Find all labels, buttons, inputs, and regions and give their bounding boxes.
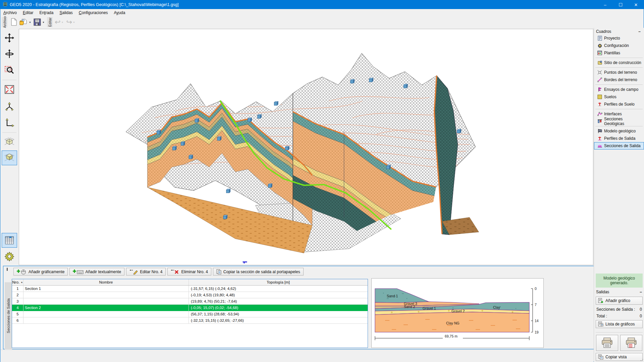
- view-wireframe-button[interactable]: [2, 134, 17, 149]
- geo-sections-icon: [597, 119, 602, 124]
- copy-section-button[interactable]: Copiar la sección de salida al portapape…: [213, 268, 304, 276]
- view-axonometric-button[interactable]: [2, 100, 17, 114]
- print-button[interactable]: [596, 335, 618, 351]
- sidebar-item-puntos-del-terreno[interactable]: Puntos del terreno: [594, 69, 644, 76]
- menu-ayuda[interactable]: Ayuda: [111, 9, 128, 16]
- sidebar-item-perfiles-de-suelo[interactable]: Perfiles de Suelo: [594, 101, 644, 108]
- printer-icon: [601, 337, 613, 349]
- sidebar-item-modelo-geologico[interactable]: Modelo geológico: [594, 127, 644, 135]
- depth-tick-19: 19: [535, 330, 539, 334]
- add-graphically-button[interactable]: Añadir gráficamente: [13, 268, 68, 276]
- plus-mouse-icon: [17, 269, 27, 275]
- close-button[interactable]: ✕: [628, 0, 644, 9]
- section-preview: Sand 1 Gravel 3 Sand 2 Gravel 1 Clay Gra…: [371, 278, 544, 348]
- sidebar-item-perfiles-de-salida[interactable]: Perfiles de Salida: [594, 135, 644, 142]
- layer-sand1: [375, 289, 429, 303]
- interfaces-icon: [597, 111, 602, 117]
- sidebar-item-bordes-del-terreno[interactable]: Bordes del terreno: [594, 76, 644, 83]
- frames-panel-title: Cuadros: [596, 29, 611, 34]
- save-button[interactable]: [32, 17, 42, 27]
- toolbar-tab-archivo[interactable]: Archivo: [2, 17, 7, 27]
- terrain-3d-scene: [19, 29, 593, 265]
- zoom-tool-button[interactable]: [2, 63, 17, 77]
- open-dropdown-arrow[interactable]: ▼: [29, 21, 31, 23]
- undo-button[interactable]: ↩: [54, 18, 61, 26]
- col-header-nombre[interactable]: Nombre: [23, 279, 189, 285]
- grid-table-button[interactable]: [2, 233, 17, 248]
- settings-button[interactable]: [2, 249, 17, 264]
- field-test-icon: [597, 87, 602, 92]
- print-selection-button[interactable]: [620, 335, 642, 351]
- delete-section-button[interactable]: Eliminar Nro. 4: [167, 268, 211, 276]
- edit-section-button[interactable]: Editar Nro. 4: [126, 268, 166, 276]
- depth-tick-7: 7: [535, 303, 537, 307]
- width-label: 69,75 m: [445, 334, 458, 338]
- rotate-tool-button[interactable]: [2, 47, 17, 61]
- sidebar-item-configuracion[interactable]: Configuración: [594, 42, 644, 49]
- table-row[interactable]: 1 Section 1 (-31,57; 6,15) (-0,24; 4,62): [12, 286, 368, 292]
- table-row-selected[interactable]: 4 Section 2 (-0,05; 15,07) (0,02; -54,68…: [12, 305, 368, 311]
- zoom-extents-button[interactable]: [2, 82, 17, 97]
- redo-button[interactable]: ↪: [65, 18, 73, 26]
- menu-configuraciones[interactable]: Configuraciones: [76, 9, 111, 16]
- output-sections-panel: Secciones de Salida Añadir gráficamente …: [3, 266, 594, 349]
- table-row[interactable]: 2 (-0,19; 4,53) (19,80; 4,48): [12, 292, 368, 298]
- copy-view-icon: [598, 354, 603, 360]
- col-header-nro[interactable]: Nro. ▲: [12, 279, 23, 285]
- frames-minimize-button[interactable]: –: [637, 29, 642, 34]
- outputs-header: Salidas –: [594, 289, 644, 295]
- sections-table[interactable]: Nro. ▲ Nombre Topología [m] 1 Section 1 …: [12, 279, 368, 348]
- minimize-button[interactable]: –: [597, 0, 613, 9]
- graphics-list-button[interactable]: Lista de gráficos: [596, 320, 643, 328]
- sidebar-item-secciones-de-salida[interactable]: Secciones de Salida: [594, 142, 644, 149]
- plus-keyboard-icon: [73, 269, 84, 275]
- sidebar-item-secciones-geologicas[interactable]: Secciones Geológicas: [594, 118, 644, 125]
- toolbar-tab-editar[interactable]: Editar: [47, 17, 53, 27]
- printer-document-icon: [625, 337, 637, 349]
- table-row[interactable]: 6 (-32,13; 15,15) (-32,65; -27,66): [12, 317, 368, 324]
- geo-model-icon: [597, 128, 602, 134]
- status-bar: [0, 350, 593, 362]
- add-graphic-button[interactable]: Añadir gráfico: [596, 297, 643, 305]
- sidebar-item-suelos[interactable]: Suelos: [594, 93, 644, 101]
- maximize-button[interactable]: ☐: [613, 0, 628, 9]
- table-row[interactable]: 3 (19,89; 4,76) (50,21; -7,64): [12, 298, 368, 305]
- menu-entrada[interactable]: Entrada: [36, 9, 56, 16]
- menu-editar[interactable]: Editar: [20, 9, 36, 16]
- table-row[interactable]: 5 (56,37; 1,15) (28,68; -53,94): [12, 311, 368, 317]
- panel-drag-handle[interactable]: [7, 268, 8, 271]
- label-gravel2: Gravel 2: [451, 309, 465, 313]
- view-solid-button[interactable]: [2, 150, 17, 165]
- title-bar: GEO5 2020 - Estratigrafía (Registros, Pe…: [0, 0, 644, 9]
- save-dropdown-arrow[interactable]: ▼: [42, 21, 45, 23]
- undo-dropdown-arrow[interactable]: ▼: [61, 21, 63, 23]
- view-front-button[interactable]: [2, 116, 17, 130]
- depth-scale: [531, 289, 533, 332]
- menu-archivo[interactable]: Archivo: [0, 9, 20, 16]
- sidebar-item-plantillas[interactable]: Plantillas: [594, 49, 644, 57]
- axis-indicator-icon: [243, 261, 247, 263]
- move-tool-button[interactable]: [2, 31, 17, 45]
- sidebar-item-proyecto[interactable]: Proyecto: [594, 35, 644, 42]
- new-file-button[interactable]: [9, 17, 19, 27]
- open-file-button[interactable]: [19, 17, 29, 27]
- outputs-minimize-button[interactable]: –: [640, 290, 642, 294]
- model-3d-canvas[interactable]: [19, 29, 593, 265]
- sort-asc-icon: ▲: [21, 281, 23, 283]
- label-sand2: Sand 2: [404, 305, 415, 309]
- doc-list-icon: [598, 321, 603, 327]
- section-preview-drawing: Sand 1 Gravel 3 Sand 2 Gravel 1 Clay Gra…: [372, 279, 543, 348]
- resize-grip[interactable]: [640, 358, 643, 361]
- redo-dropdown-arrow[interactable]: ▼: [73, 21, 75, 23]
- add-textually-button[interactable]: Añadir textualmente: [69, 268, 124, 276]
- site-icon: [597, 60, 602, 65]
- sidebar-item-sitio-de-construccion[interactable]: Sitio de construcción: [594, 59, 644, 66]
- col-header-topologia[interactable]: Topología [m]: [189, 279, 368, 285]
- sidebar-item-ensayos-de-campo[interactable]: Ensayos de campo: [594, 86, 644, 93]
- width-dimension: 69,75 m: [375, 334, 529, 340]
- copy-view-button[interactable]: Copiar vista: [596, 353, 643, 361]
- panel-tab-secciones-de-salida[interactable]: Secciones de Salida: [5, 282, 12, 349]
- menu-salidas[interactable]: Salidas: [56, 9, 75, 16]
- soil-profiles-icon: [597, 102, 602, 107]
- frames-panel-header: Cuadros –: [594, 28, 644, 35]
